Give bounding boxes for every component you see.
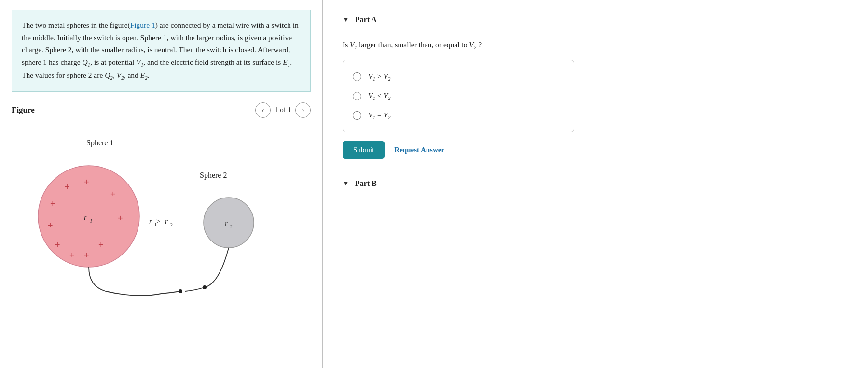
part-a-actions: Submit Request Answer [343, 141, 849, 159]
plus3: + [50, 199, 55, 209]
wire-right [185, 248, 229, 291]
r1-label: r [84, 212, 87, 222]
switch-dot1 [179, 289, 182, 293]
figure-svg: Sphere 1 Sphere 2 + + + + + + + + + + r … [12, 127, 311, 311]
option-v1-less-label: V1 < V2 [368, 91, 391, 101]
figure-area: Sphere 1 Sphere 2 + + + + + + + + + + r … [12, 127, 311, 311]
option-v1-equal-label: V1 = V2 [368, 111, 391, 120]
sphere1-label: Sphere 1 [86, 139, 113, 147]
sphere2-label: Sphere 2 [200, 171, 227, 180]
option-v1-greater-label: V1 > V2 [368, 72, 391, 82]
chevron-left-icon: ‹ [262, 106, 264, 114]
radio-v1-equal[interactable] [353, 111, 361, 120]
problem-text-box: The two metal spheres in the figure(Figu… [12, 10, 311, 92]
option-v1-less[interactable]: V1 < V2 [353, 86, 564, 106]
part-a-question: Is V1 larger than, smaller than, or equa… [343, 39, 849, 52]
wire-left [89, 267, 180, 296]
r2-label: r [225, 219, 228, 227]
radio-v1-less[interactable] [353, 92, 361, 100]
plus4: + [110, 189, 116, 199]
figure-next-button[interactable]: › [295, 102, 311, 118]
part-a-arrow: ▼ [343, 16, 349, 24]
figure-prev-button[interactable]: ‹ [255, 102, 271, 118]
r2-label-cmp: r [165, 217, 168, 225]
figure-count: 1 of 1 [275, 106, 291, 114]
figure1-link[interactable]: Figure 1 [130, 21, 155, 29]
figure-header: Figure ‹ 1 of 1 › [12, 102, 311, 118]
part-b-header[interactable]: ▼ Part B [343, 173, 849, 194]
part-a-header[interactable]: ▼ Part A [343, 10, 849, 30]
plus1: + [65, 182, 70, 192]
greater-than: > [156, 217, 160, 225]
plus2: + [84, 177, 89, 187]
r2-sub: 2 [170, 222, 173, 227]
plus6: + [118, 213, 123, 223]
figure-label: Figure [12, 105, 35, 115]
figure-nav: ‹ 1 of 1 › [255, 102, 311, 118]
plus8: + [98, 240, 104, 250]
options-box: V1 > V2 V1 < V2 V1 = V2 [343, 60, 574, 132]
submit-button[interactable]: Submit [343, 141, 385, 159]
part-b-section: ▼ Part B [343, 173, 849, 194]
plus9: + [69, 251, 75, 260]
r2-sub2: 2 [230, 224, 233, 229]
left-panel: The two metal spheres in the figure(Figu… [0, 0, 323, 368]
plus5: + [48, 221, 53, 230]
part-a-section: ▼ Part A Is V1 larger than, smaller than… [343, 10, 849, 159]
option-v1-equal[interactable]: V1 = V2 [353, 106, 564, 125]
right-panel: ▼ Part A Is V1 larger than, smaller than… [323, 0, 868, 368]
sphere2-circle [204, 198, 254, 248]
plus10: + [84, 251, 89, 260]
chevron-right-icon: › [302, 106, 304, 114]
radio-v1-greater[interactable] [353, 72, 361, 81]
option-v1-greater[interactable]: V1 > V2 [353, 67, 564, 86]
figure-divider [12, 122, 311, 122]
part-b-title: Part B [355, 179, 377, 188]
request-answer-link[interactable]: Request Answer [394, 146, 444, 154]
radius-comparison: r [149, 217, 152, 225]
r1-sub: 1 [90, 218, 93, 224]
switch-dot2 [203, 285, 207, 289]
plus7: + [55, 240, 60, 250]
part-b-arrow: ▼ [343, 180, 349, 187]
part-a-title: Part A [355, 15, 377, 24]
